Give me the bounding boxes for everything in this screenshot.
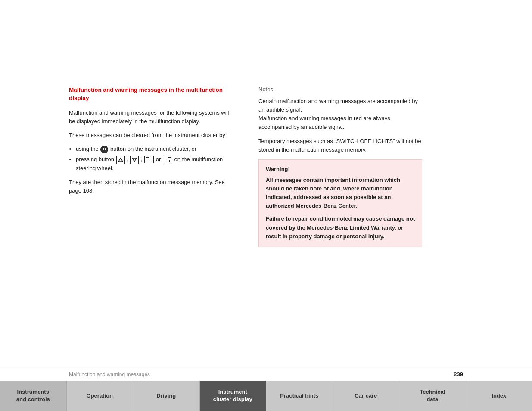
section-title: Malfunction and warning messages in the …: [69, 86, 233, 103]
tab-instruments[interactable]: Instrumentsand controls: [0, 381, 67, 411]
tab-operation-label: Operation: [87, 392, 113, 400]
tab-driving[interactable]: Driving: [133, 381, 200, 411]
tab-technical-data-label: Technicaldata: [420, 389, 445, 403]
tab-instrument-cluster-label: Instrumentcluster display: [213, 389, 252, 403]
tab-driving-label: Driving: [156, 392, 176, 400]
tab-car-care-label: Car care: [355, 392, 377, 400]
tab-index-label: Index: [492, 392, 506, 400]
page-number: 239: [454, 371, 463, 377]
bullet-item-2: pressing button , , or: [76, 155, 233, 173]
square-btn-2: [163, 156, 172, 163]
svg-marker-0: [118, 158, 123, 162]
bullet-list: using the B button on the instrument clu…: [76, 145, 233, 173]
intro-paragraph2: These messages can be cleared from the i…: [69, 131, 233, 140]
b-button-icon: B: [100, 146, 108, 153]
page-wrapper: Malfunction and warning messages in the …: [0, 0, 532, 411]
triangle-up-btn: [116, 156, 125, 164]
tab-practical-hints-label: Practical hints: [280, 392, 318, 400]
main-content: Malfunction and warning messages in the …: [0, 0, 532, 355]
tab-practical-hints[interactable]: Practical hints: [266, 381, 333, 411]
page-info-bar: Malfunction and warning messages 239: [0, 367, 532, 381]
tab-car-care[interactable]: Car care: [333, 381, 400, 411]
warning-paragraph2: Failure to repair condition noted may ca…: [266, 215, 415, 240]
notes-label: Notes:: [258, 86, 422, 93]
square-btn-1: [144, 156, 154, 163]
svg-marker-1: [132, 158, 137, 162]
warning-title: Warning!: [266, 166, 415, 172]
tab-instruments-label: Instrumentsand controls: [16, 389, 50, 403]
footer-area: Malfunction and warning messages 239 Ins…: [0, 355, 532, 411]
intro-paragraph3: They are then stored in the malfunction …: [69, 178, 233, 195]
tab-technical-data[interactable]: Technicaldata: [399, 381, 466, 411]
notes-text-1: Certain malfunction and warning messages…: [258, 97, 422, 132]
tab-index[interactable]: Index: [466, 381, 532, 411]
triangle-down-btn: [130, 156, 139, 164]
warning-paragraph1: All messages contain important informati…: [266, 176, 415, 211]
warning-box: Warning! All messages contain important …: [258, 159, 422, 247]
nav-tabs: Instrumentsand controls Operation Drivin…: [0, 381, 532, 411]
left-column: Malfunction and warning messages in the …: [69, 86, 233, 321]
tab-operation[interactable]: Operation: [67, 381, 134, 411]
right-column: Notes: Certain malfunction and warning m…: [258, 86, 422, 321]
intro-paragraph1: Malfunction and warning messages for the…: [69, 109, 233, 126]
notes-text-2: Temporary messages such as “SWITCH OFF L…: [258, 137, 422, 154]
page-info-label: Malfunction and warning messages: [69, 371, 454, 377]
bullet-item-1: using the B button on the instrument clu…: [76, 145, 233, 153]
tab-instrument-cluster[interactable]: Instrumentcluster display: [200, 381, 267, 411]
